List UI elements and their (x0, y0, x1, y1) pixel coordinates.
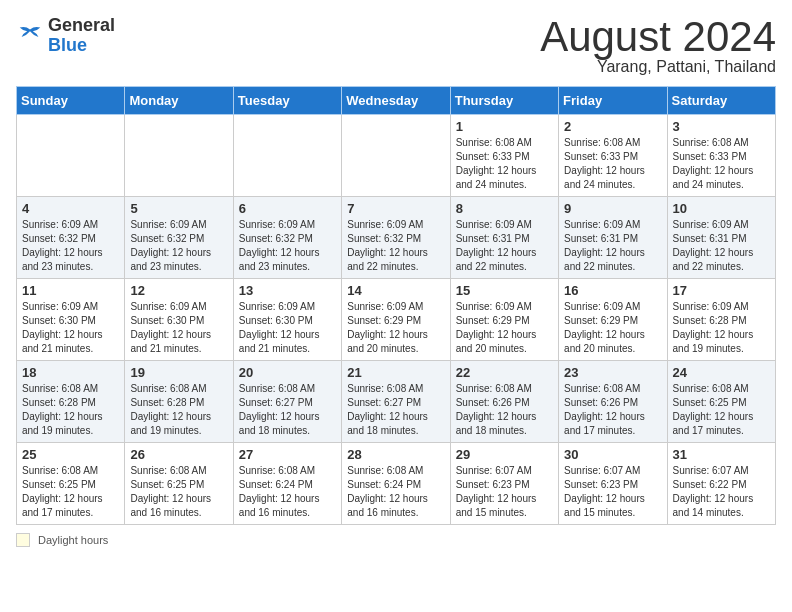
calendar-day-cell: 2Sunrise: 6:08 AM Sunset: 6:33 PM Daylig… (559, 115, 667, 197)
calendar-day-cell (342, 115, 450, 197)
day-info: Sunrise: 6:08 AM Sunset: 6:28 PM Dayligh… (22, 382, 119, 438)
day-number: 7 (347, 201, 444, 216)
title-area: August 2024 Yarang, Pattani, Thailand (540, 16, 776, 76)
calendar-day-cell: 27Sunrise: 6:08 AM Sunset: 6:24 PM Dayli… (233, 443, 341, 525)
day-number: 2 (564, 119, 661, 134)
day-info: Sunrise: 6:09 AM Sunset: 6:29 PM Dayligh… (564, 300, 661, 356)
day-number: 22 (456, 365, 553, 380)
day-info: Sunrise: 6:08 AM Sunset: 6:24 PM Dayligh… (347, 464, 444, 520)
calendar-week-row: 18Sunrise: 6:08 AM Sunset: 6:28 PM Dayli… (17, 361, 776, 443)
day-header-tuesday: Tuesday (233, 87, 341, 115)
day-number: 16 (564, 283, 661, 298)
day-info: Sunrise: 6:08 AM Sunset: 6:27 PM Dayligh… (239, 382, 336, 438)
calendar-day-cell: 26Sunrise: 6:08 AM Sunset: 6:25 PM Dayli… (125, 443, 233, 525)
day-info: Sunrise: 6:08 AM Sunset: 6:25 PM Dayligh… (130, 464, 227, 520)
day-number: 26 (130, 447, 227, 462)
day-info: Sunrise: 6:08 AM Sunset: 6:33 PM Dayligh… (564, 136, 661, 192)
day-info: Sunrise: 6:07 AM Sunset: 6:23 PM Dayligh… (456, 464, 553, 520)
day-header-wednesday: Wednesday (342, 87, 450, 115)
day-info: Sunrise: 6:08 AM Sunset: 6:33 PM Dayligh… (456, 136, 553, 192)
day-info: Sunrise: 6:09 AM Sunset: 6:32 PM Dayligh… (347, 218, 444, 274)
calendar-day-cell: 20Sunrise: 6:08 AM Sunset: 6:27 PM Dayli… (233, 361, 341, 443)
day-number: 3 (673, 119, 770, 134)
footer-label: Daylight hours (38, 534, 108, 546)
calendar-day-cell: 5Sunrise: 6:09 AM Sunset: 6:32 PM Daylig… (125, 197, 233, 279)
calendar-day-cell: 29Sunrise: 6:07 AM Sunset: 6:23 PM Dayli… (450, 443, 558, 525)
day-number: 28 (347, 447, 444, 462)
calendar-day-cell: 11Sunrise: 6:09 AM Sunset: 6:30 PM Dayli… (17, 279, 125, 361)
day-number: 4 (22, 201, 119, 216)
calendar-day-cell: 12Sunrise: 6:09 AM Sunset: 6:30 PM Dayli… (125, 279, 233, 361)
day-info: Sunrise: 6:07 AM Sunset: 6:22 PM Dayligh… (673, 464, 770, 520)
logo: General Blue (16, 16, 115, 56)
calendar-day-cell (125, 115, 233, 197)
day-number: 1 (456, 119, 553, 134)
calendar-table: SundayMondayTuesdayWednesdayThursdayFrid… (16, 86, 776, 525)
day-header-sunday: Sunday (17, 87, 125, 115)
day-info: Sunrise: 6:09 AM Sunset: 6:31 PM Dayligh… (456, 218, 553, 274)
footer: Daylight hours (16, 533, 776, 547)
day-info: Sunrise: 6:08 AM Sunset: 6:26 PM Dayligh… (456, 382, 553, 438)
day-info: Sunrise: 6:09 AM Sunset: 6:30 PM Dayligh… (22, 300, 119, 356)
calendar-day-cell: 8Sunrise: 6:09 AM Sunset: 6:31 PM Daylig… (450, 197, 558, 279)
calendar-day-cell: 18Sunrise: 6:08 AM Sunset: 6:28 PM Dayli… (17, 361, 125, 443)
day-info: Sunrise: 6:09 AM Sunset: 6:32 PM Dayligh… (239, 218, 336, 274)
day-info: Sunrise: 6:09 AM Sunset: 6:32 PM Dayligh… (22, 218, 119, 274)
calendar-day-cell: 4Sunrise: 6:09 AM Sunset: 6:32 PM Daylig… (17, 197, 125, 279)
calendar-day-cell (233, 115, 341, 197)
day-info: Sunrise: 6:08 AM Sunset: 6:27 PM Dayligh… (347, 382, 444, 438)
calendar-week-row: 25Sunrise: 6:08 AM Sunset: 6:25 PM Dayli… (17, 443, 776, 525)
day-number: 15 (456, 283, 553, 298)
calendar-day-cell: 13Sunrise: 6:09 AM Sunset: 6:30 PM Dayli… (233, 279, 341, 361)
calendar-subtitle: Yarang, Pattani, Thailand (540, 58, 776, 76)
calendar-day-cell: 28Sunrise: 6:08 AM Sunset: 6:24 PM Dayli… (342, 443, 450, 525)
day-number: 18 (22, 365, 119, 380)
logo-blue-text: Blue (48, 36, 115, 56)
day-number: 23 (564, 365, 661, 380)
day-number: 20 (239, 365, 336, 380)
daylight-box-icon (16, 533, 30, 547)
day-info: Sunrise: 6:09 AM Sunset: 6:28 PM Dayligh… (673, 300, 770, 356)
day-info: Sunrise: 6:08 AM Sunset: 6:25 PM Dayligh… (22, 464, 119, 520)
day-header-thursday: Thursday (450, 87, 558, 115)
calendar-day-cell: 19Sunrise: 6:08 AM Sunset: 6:28 PM Dayli… (125, 361, 233, 443)
calendar-day-cell: 21Sunrise: 6:08 AM Sunset: 6:27 PM Dayli… (342, 361, 450, 443)
day-info: Sunrise: 6:09 AM Sunset: 6:31 PM Dayligh… (673, 218, 770, 274)
day-info: Sunrise: 6:08 AM Sunset: 6:25 PM Dayligh… (673, 382, 770, 438)
day-number: 13 (239, 283, 336, 298)
calendar-day-cell: 7Sunrise: 6:09 AM Sunset: 6:32 PM Daylig… (342, 197, 450, 279)
day-info: Sunrise: 6:08 AM Sunset: 6:24 PM Dayligh… (239, 464, 336, 520)
day-number: 30 (564, 447, 661, 462)
day-number: 29 (456, 447, 553, 462)
day-info: Sunrise: 6:09 AM Sunset: 6:29 PM Dayligh… (456, 300, 553, 356)
day-number: 31 (673, 447, 770, 462)
calendar-day-cell: 25Sunrise: 6:08 AM Sunset: 6:25 PM Dayli… (17, 443, 125, 525)
logo-general-text: General (48, 16, 115, 36)
day-info: Sunrise: 6:07 AM Sunset: 6:23 PM Dayligh… (564, 464, 661, 520)
calendar-day-cell: 23Sunrise: 6:08 AM Sunset: 6:26 PM Dayli… (559, 361, 667, 443)
day-number: 5 (130, 201, 227, 216)
calendar-day-cell: 14Sunrise: 6:09 AM Sunset: 6:29 PM Dayli… (342, 279, 450, 361)
day-number: 24 (673, 365, 770, 380)
day-info: Sunrise: 6:09 AM Sunset: 6:29 PM Dayligh… (347, 300, 444, 356)
calendar-week-row: 1Sunrise: 6:08 AM Sunset: 6:33 PM Daylig… (17, 115, 776, 197)
calendar-title: August 2024 (540, 16, 776, 58)
calendar-day-cell: 15Sunrise: 6:09 AM Sunset: 6:29 PM Dayli… (450, 279, 558, 361)
day-info: Sunrise: 6:09 AM Sunset: 6:30 PM Dayligh… (130, 300, 227, 356)
calendar-day-cell: 16Sunrise: 6:09 AM Sunset: 6:29 PM Dayli… (559, 279, 667, 361)
day-number: 17 (673, 283, 770, 298)
logo-bird-icon (16, 22, 44, 50)
day-number: 25 (22, 447, 119, 462)
header: General Blue August 2024 Yarang, Pattani… (16, 16, 776, 76)
day-header-monday: Monday (125, 87, 233, 115)
calendar-day-cell: 6Sunrise: 6:09 AM Sunset: 6:32 PM Daylig… (233, 197, 341, 279)
day-number: 19 (130, 365, 227, 380)
calendar-day-cell: 31Sunrise: 6:07 AM Sunset: 6:22 PM Dayli… (667, 443, 775, 525)
logo-text: General Blue (48, 16, 115, 56)
calendar-day-cell: 1Sunrise: 6:08 AM Sunset: 6:33 PM Daylig… (450, 115, 558, 197)
day-header-friday: Friday (559, 87, 667, 115)
day-number: 27 (239, 447, 336, 462)
day-info: Sunrise: 6:09 AM Sunset: 6:31 PM Dayligh… (564, 218, 661, 274)
day-info: Sunrise: 6:08 AM Sunset: 6:33 PM Dayligh… (673, 136, 770, 192)
day-number: 8 (456, 201, 553, 216)
